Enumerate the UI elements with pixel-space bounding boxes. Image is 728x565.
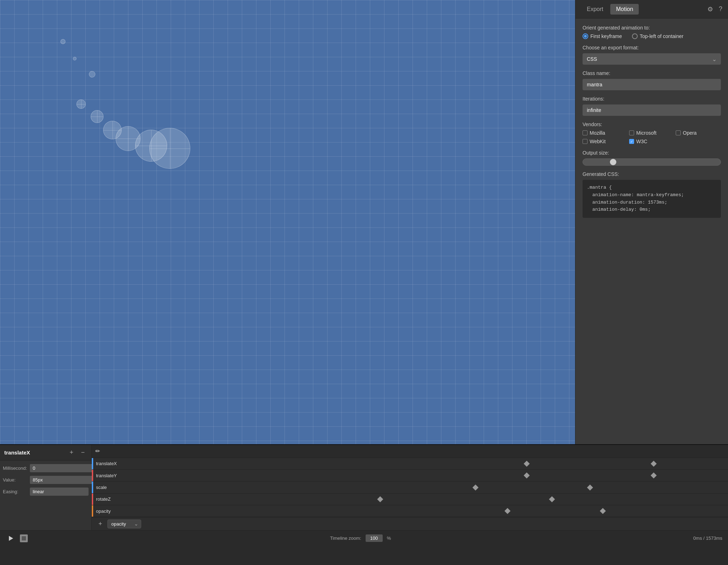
format-section: Choose an export format: CSS: [583, 45, 721, 65]
vendors-checkboxes: Mozilla Microsoft Opera WebKit: [583, 130, 721, 144]
diamond-opacity-1[interactable]: [504, 508, 510, 514]
classname-label: Class name:: [583, 70, 721, 76]
iterations-input[interactable]: [583, 104, 721, 116]
vendor-mozilla-label: Mozilla: [590, 130, 605, 136]
property-select-wrapper: opacity translateX translateY scale rota…: [107, 520, 141, 528]
track-indicator-scale: [92, 481, 93, 493]
time-display: 0ms / 1573ms: [693, 536, 722, 541]
zoom-input[interactable]: [366, 534, 383, 542]
easing-label: Easing:: [3, 489, 28, 494]
vendors-section: Vendors: Mozilla Microsoft Opera: [583, 122, 721, 144]
generated-css-box: .mantra { animation-name: mantra-keyfram…: [583, 180, 721, 218]
track-indicator-translateX: [92, 458, 93, 469]
stop-button[interactable]: [20, 534, 28, 542]
remove-property-btn[interactable]: −: [79, 448, 87, 457]
diamond-scale-1[interactable]: [473, 484, 479, 490]
track-indicator-opacity: [92, 505, 93, 517]
radio-first-keyframe[interactable]: First keyframe: [583, 33, 622, 39]
timeline-bottom-bar: Timeline zoom: % 0ms / 1573ms: [0, 530, 728, 546]
track-label-rotateZ: rotateZ: [92, 496, 134, 502]
add-track-btn[interactable]: +: [96, 520, 105, 528]
format-select[interactable]: CSS: [583, 53, 721, 65]
orient-label: Orient generated animation to:: [583, 25, 721, 31]
checkbox-microsoft: [629, 130, 634, 135]
diamond-rotateZ-1[interactable]: [377, 496, 383, 502]
canvas-circles: [0, 0, 575, 444]
panel-tabs: Export Motion ⚙ ?: [575, 0, 728, 18]
timeline-add-row: + opacity translateX translateY scale ro…: [92, 517, 728, 530]
value-label: Value:: [3, 477, 28, 483]
circle-5: [91, 110, 103, 123]
vendors-label: Vendors:: [583, 122, 721, 127]
easing-select[interactable]: linear ease ease-in ease-out ease-in-out: [30, 488, 89, 496]
checkbox-opera: [676, 130, 681, 135]
track-scale: scale: [92, 481, 728, 493]
vendor-microsoft-label: Microsoft: [636, 130, 657, 136]
radio-group: First keyframe Top-left of container: [583, 33, 721, 39]
output-size-slider-thumb[interactable]: [610, 159, 616, 165]
output-size-section: Output size:: [583, 150, 721, 166]
format-select-wrapper: CSS: [583, 53, 721, 65]
vendor-microsoft[interactable]: Microsoft: [629, 130, 674, 136]
panel-tab-icons: ⚙ ?: [707, 5, 722, 13]
checkbox-webkit: [583, 139, 588, 144]
iterations-label: Iterations:: [583, 96, 721, 102]
help-icon[interactable]: ?: [719, 5, 722, 13]
diamond-rotateZ-2[interactable]: [549, 496, 555, 502]
zoom-percent: %: [387, 536, 391, 541]
generated-css-code: .mantra { animation-name: mantra-keyfram…: [587, 184, 717, 214]
easing-field-row: Easing: linear ease ease-in ease-out eas…: [3, 488, 89, 496]
ms-field-row: Millisecond:: [3, 464, 89, 472]
output-size-slider-track[interactable]: [583, 158, 721, 166]
sidebar-fields: Millisecond: Value: Easing: linear ease …: [0, 461, 91, 503]
classname-section: Class name:: [583, 70, 721, 90]
track-indicator-rotateZ: [92, 494, 93, 505]
timeline-sidebar-header: translateX + −: [0, 445, 91, 461]
vendor-w3c-label: W3C: [636, 139, 647, 144]
iterations-section: Iterations:: [583, 96, 721, 116]
diamond-scale-2[interactable]: [587, 484, 593, 490]
diamond-translateY-1[interactable]: [524, 473, 530, 479]
right-panel: Export Motion ⚙ ? Orient generated anima…: [575, 0, 728, 444]
generated-css-label: Generated CSS:: [583, 171, 721, 177]
diamond-opacity-2[interactable]: [600, 508, 606, 514]
track-label-translateY: translateY: [92, 473, 134, 478]
panel-content: Orient generated animation to: First key…: [575, 18, 728, 444]
diamond-translateX-1[interactable]: [524, 461, 530, 467]
settings-icon[interactable]: ⚙: [707, 5, 713, 13]
timeline-area: translateX + − Millisecond: Value: Easin…: [0, 444, 728, 565]
radio-dot-topleft: [632, 33, 638, 39]
timeline-tracks: ✏ translateX translateY scale: [92, 445, 728, 530]
value-field-row: Value:: [3, 476, 89, 484]
track-rotateZ: rotateZ: [92, 494, 728, 505]
track-label-translateX: translateX: [92, 461, 134, 466]
radio-top-left[interactable]: Top-left of container: [632, 33, 684, 39]
vendor-webkit[interactable]: WebKit: [583, 139, 628, 144]
track-translateY: translateY: [92, 470, 728, 481]
ms-label: Millisecond:: [3, 466, 28, 471]
property-select[interactable]: opacity translateX translateY scale rota…: [107, 520, 141, 528]
play-button[interactable]: [6, 533, 16, 543]
zoom-label: Timeline zoom:: [330, 536, 361, 541]
vendor-opera[interactable]: Opera: [676, 130, 721, 136]
circle-1: [60, 39, 65, 44]
classname-input[interactable]: [583, 79, 721, 90]
track-label-opacity: opacity: [92, 508, 134, 514]
add-property-btn[interactable]: +: [67, 448, 76, 457]
diamond-translateX-2[interactable]: [651, 461, 657, 467]
vendor-w3c[interactable]: W3C: [629, 139, 674, 144]
format-label: Choose an export format:: [583, 45, 721, 50]
ms-input[interactable]: [30, 464, 95, 472]
tab-motion[interactable]: Motion: [610, 4, 639, 15]
pencil-icon: ✏: [95, 448, 100, 454]
radio-dot-first: [583, 33, 588, 39]
circle-9: [149, 128, 190, 169]
diamond-translateY-2[interactable]: [651, 473, 657, 479]
value-input[interactable]: [30, 476, 95, 484]
track-label-scale: scale: [92, 485, 134, 490]
vendor-mozilla[interactable]: Mozilla: [583, 130, 628, 136]
track-translateX: translateX: [92, 458, 728, 470]
tab-export[interactable]: Export: [581, 4, 609, 15]
circle-4: [76, 99, 86, 109]
radio-label-first: First keyframe: [590, 33, 622, 39]
